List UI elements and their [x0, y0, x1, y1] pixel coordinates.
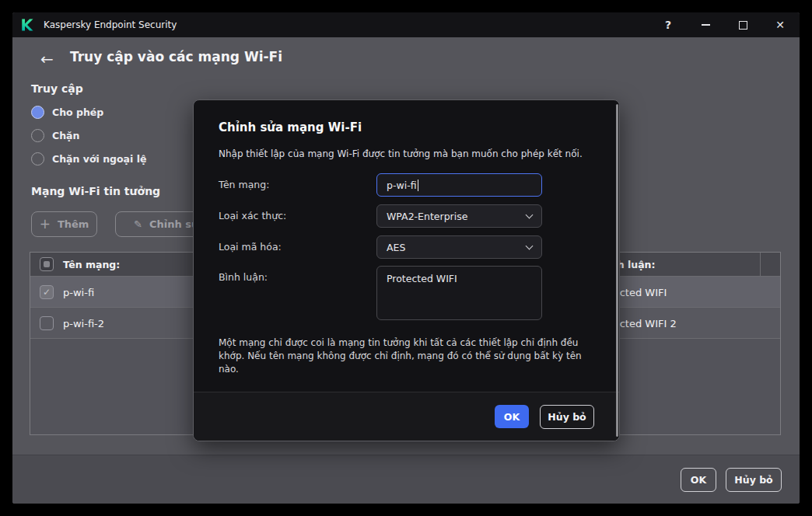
- titlebar: Kaspersky Endpoint Security ? ✕: [12, 12, 800, 37]
- window-footer: OK Hủy bỏ: [12, 455, 800, 504]
- close-icon[interactable]: ✕: [766, 12, 794, 37]
- radio-selected-icon: [31, 106, 44, 119]
- dialog-footer: OK Hủy bỏ: [194, 392, 619, 441]
- chevron-down-icon: [526, 211, 534, 218]
- comment-label: Bình luận:: [219, 271, 268, 283]
- kaspersky-logo-icon: [20, 18, 34, 32]
- maximize-icon[interactable]: [729, 12, 757, 37]
- help-icon[interactable]: ?: [654, 12, 682, 37]
- footer-buttons: OK Hủy bỏ: [681, 468, 782, 492]
- comment-textarea[interactable]: Protected WIFI: [376, 266, 542, 320]
- minimize-icon[interactable]: [691, 12, 719, 37]
- app-title: Kaspersky Endpoint Security: [44, 19, 177, 30]
- dialog-scrollbar[interactable]: [616, 104, 618, 437]
- ok-button[interactable]: OK: [681, 468, 716, 492]
- name-column-header: Tên mạng:: [63, 259, 120, 270]
- radio-label: Chặn: [52, 130, 79, 141]
- network-name-cell: p-wi-fi-2: [63, 317, 104, 329]
- radio-label: Cho phép: [52, 106, 103, 118]
- auth-type-label: Loại xác thực:: [219, 210, 286, 221]
- auth-type-value: WPA2-Enterprise: [387, 211, 467, 222]
- pencil-icon: ✎: [134, 219, 142, 229]
- trusted-networks-heading: Mạng Wi-Fi tin tưởng: [31, 185, 160, 197]
- page-content: ← Truy cập vào các mạng Wi-Fi Truy cập C…: [12, 37, 800, 504]
- cancel-button[interactable]: Hủy bỏ: [726, 468, 782, 492]
- text-caret: [418, 180, 418, 191]
- radio-label: Chặn với ngoại lệ: [52, 153, 146, 165]
- dialog-cancel-button[interactable]: Hủy bỏ: [540, 405, 594, 429]
- access-section-heading: Truy cập: [31, 82, 83, 95]
- network-name-label: Tên mạng:: [219, 179, 269, 190]
- plus-icon: +: [40, 218, 51, 231]
- add-network-button[interactable]: + Thêm: [31, 211, 97, 237]
- chevron-down-icon: [526, 242, 534, 249]
- auth-type-select[interactable]: WPA2-Enterprise: [376, 204, 542, 228]
- dialog-ok-button[interactable]: OK: [495, 405, 529, 428]
- network-name-input[interactable]: p-wi-fi: [376, 173, 542, 197]
- radio-unselected-icon: [31, 129, 44, 142]
- app-window: Kaspersky Endpoint Security ? ✕ ← Truy c…: [12, 12, 800, 504]
- scrollbar-gutter: [760, 253, 770, 276]
- network-name-value: p-wi-fi: [387, 180, 417, 191]
- edit-wifi-dialog: Chỉnh sửa mạng Wi-Fi Nhập thiết lập của …: [193, 99, 620, 441]
- dialog-description: Nhập thiết lập của mạng Wi-Fi được tin t…: [219, 148, 596, 159]
- dialog-note: Một mạng chỉ được coi là mạng tin tưởng …: [219, 336, 598, 376]
- row-checkbox-unchecked[interactable]: [40, 316, 54, 330]
- encryption-type-label: Loại mã hóa:: [219, 241, 282, 253]
- encryption-type-select[interactable]: AES: [376, 235, 542, 259]
- page-title: Truy cập vào các mạng Wi-Fi: [70, 49, 282, 64]
- network-name-cell: p-wi-fi: [63, 286, 94, 298]
- row-checkbox-checked[interactable]: ✓: [40, 285, 54, 299]
- encryption-type-value: AES: [387, 242, 405, 253]
- radio-option-block-with-exceptions[interactable]: Chặn với ngoại lệ: [31, 151, 146, 166]
- select-all-checkbox[interactable]: [40, 257, 54, 271]
- radio-unselected-icon: [31, 152, 44, 166]
- back-arrow-icon[interactable]: ←: [40, 50, 54, 68]
- radio-option-block[interactable]: Chặn: [31, 127, 79, 143]
- comment-value: Protected WIFI: [387, 273, 457, 284]
- dialog-title: Chỉnh sửa mạng Wi-Fi: [219, 120, 362, 134]
- add-button-label: Thêm: [58, 218, 89, 230]
- radio-option-allow[interactable]: Cho phép: [31, 104, 103, 120]
